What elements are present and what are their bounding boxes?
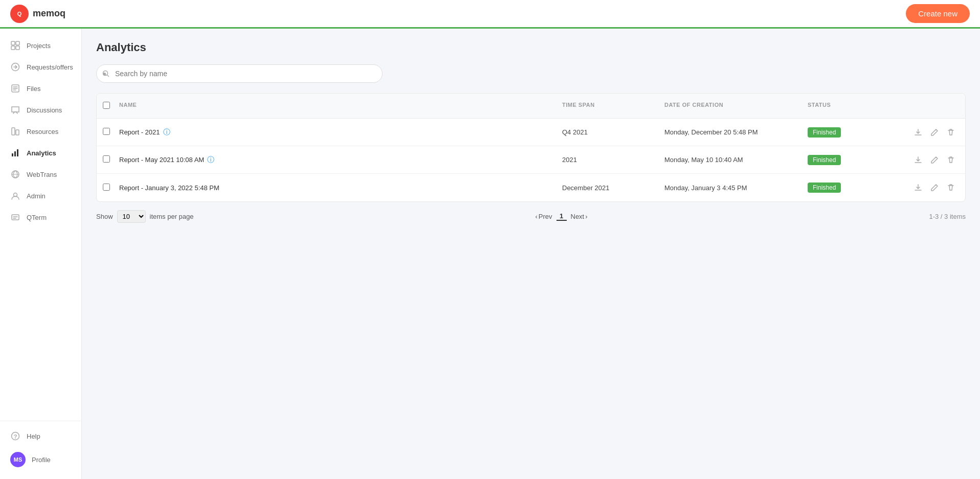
pagination-nav: ‹ Prev 1 Next › [535, 212, 587, 221]
next-page-button[interactable]: Next › [571, 213, 588, 220]
row3-name-cell: Report - January 3, 2022 5:48 PM [113, 179, 556, 197]
table-row: Report - May 2021 10:08 AM ⓘ 2021 Monday… [97, 146, 965, 174]
row3-timespan: December 2021 [556, 179, 658, 197]
sidebar-item-files-label: Files [27, 85, 40, 93]
sidebar-item-projects[interactable]: Projects [2, 35, 79, 56]
sidebar-item-qterm-label: QTerm [27, 214, 47, 221]
sidebar-item-resources[interactable]: Resources [2, 121, 79, 142]
table-header-timespan: TIME SPAN [556, 98, 658, 114]
sidebar-item-profile[interactable]: MS Profile [2, 447, 79, 472]
row2-status-cell: Finished [801, 150, 904, 170]
sidebar-item-analytics-label: Analytics [27, 149, 56, 157]
next-chevron-icon: › [585, 213, 587, 220]
row2-status-badge: Finished [808, 155, 841, 165]
current-page: 1 [556, 212, 567, 221]
row2-info-icon[interactable]: ⓘ [207, 155, 214, 165]
sidebar-item-discussions[interactable]: Discussions [2, 100, 79, 120]
row1-edit-button[interactable] [928, 126, 941, 139]
create-new-button[interactable]: Create new [906, 4, 970, 23]
row3-actions [904, 176, 965, 199]
row2-timespan: 2021 [556, 151, 658, 169]
row3-download-button[interactable] [912, 181, 924, 194]
table-header-status: STATUS [801, 98, 904, 114]
logo-icon: Q [10, 5, 29, 23]
qterm-icon [10, 212, 20, 222]
table-header: NAME TIME SPAN DATE OF CREATION STATUS [97, 94, 965, 119]
sidebar-item-qterm[interactable]: QTerm [2, 207, 79, 227]
files-icon [10, 83, 20, 94]
requests-icon [10, 62, 20, 72]
sidebar-item-webtrans[interactable]: WebTrans [2, 164, 79, 185]
row1-timespan: Q4 2021 [556, 123, 658, 141]
pagination: Show 10 25 50 100 items per page ‹ Prev … [96, 210, 966, 223]
row1-status-cell: Finished [801, 122, 904, 143]
svg-rect-8 [12, 128, 15, 135]
row2-edit-button[interactable] [928, 154, 941, 166]
sidebar-item-discussions-label: Discussions [27, 106, 62, 114]
row1-checkbox-cell [97, 123, 113, 142]
row2-checkbox-cell [97, 150, 113, 169]
sidebar-item-resources-label: Resources [27, 128, 58, 135]
avatar: MS [10, 452, 26, 467]
row3-delete-button[interactable] [945, 181, 957, 194]
search-section: ● [96, 64, 966, 83]
logo: Q memoq [10, 5, 65, 23]
svg-rect-4 [11, 46, 15, 50]
sidebar-item-files[interactable]: Files [2, 78, 79, 99]
sidebar-item-webtrans-label: WebTrans [27, 171, 57, 178]
row2-name: Report - May 2021 10:08 AM ⓘ [119, 155, 550, 165]
row3-status-badge: Finished [808, 183, 841, 193]
svg-rect-3 [16, 41, 19, 45]
row1-delete-button[interactable] [945, 126, 957, 139]
prev-page-button[interactable]: ‹ Prev [535, 213, 552, 220]
prev-chevron-icon: ‹ [535, 213, 537, 220]
row2-delete-button[interactable] [945, 154, 957, 166]
row2-date: Monday, May 10 10:40 AM [658, 151, 801, 169]
per-page-select[interactable]: 10 25 50 100 [117, 210, 146, 223]
row1-info-icon[interactable]: ⓘ [163, 128, 170, 137]
row3-name: Report - January 3, 2022 5:48 PM [119, 184, 550, 192]
svg-rect-9 [16, 130, 19, 135]
sidebar-item-requests[interactable]: Requests/offers [2, 57, 79, 77]
row1-status-badge: Finished [808, 127, 841, 138]
sidebar-item-profile-label: Profile [32, 456, 51, 464]
analytics-icon [10, 148, 20, 158]
search-input[interactable] [96, 64, 383, 83]
svg-rect-5 [16, 46, 19, 50]
row2-actions [904, 149, 965, 171]
sidebar-item-admin-label: Admin [27, 192, 46, 200]
sidebar-item-help-label: Help [27, 432, 40, 440]
sidebar-item-help[interactable]: ? Help [2, 426, 79, 446]
sidebar-item-requests-label: Requests/offers [27, 63, 73, 71]
page-title: Analytics [96, 41, 966, 54]
items-per-page-label: items per page [150, 213, 194, 220]
row1-checkbox[interactable] [103, 128, 110, 135]
table-header-name: NAME [113, 98, 556, 114]
svg-text:Q: Q [17, 11, 22, 17]
row1-date: Monday, December 20 5:48 PM [658, 123, 801, 141]
help-icon: ? [10, 431, 20, 441]
sidebar-item-admin[interactable]: Admin [2, 186, 79, 206]
select-all-checkbox[interactable] [103, 102, 110, 109]
row3-checkbox-cell [97, 178, 113, 197]
row1-download-button[interactable] [912, 126, 924, 139]
discussions-icon [10, 105, 20, 115]
row2-checkbox[interactable] [103, 155, 110, 163]
svg-rect-10 [12, 153, 13, 156]
table-row: Report - January 3, 2022 5:48 PM Decembe… [97, 174, 965, 201]
pagination-info: 1-3 / 3 items [929, 213, 966, 220]
row3-edit-button[interactable] [928, 181, 941, 194]
sidebar-item-analytics[interactable]: Analytics [2, 143, 79, 163]
row2-download-button[interactable] [912, 154, 924, 166]
svg-rect-15 [12, 215, 19, 220]
svg-rect-12 [17, 149, 18, 156]
main-layout: Projects Requests/offers Files [0, 29, 980, 479]
logo-text: memoq [33, 8, 65, 19]
search-icon: ● [102, 70, 106, 78]
search-input-wrap: ● [96, 64, 383, 83]
row3-checkbox[interactable] [103, 184, 110, 191]
table-header-checkbox [97, 98, 113, 114]
topbar: Q memoq Create new [0, 0, 980, 29]
row3-status-cell: Finished [801, 177, 904, 198]
per-page-selector: Show 10 25 50 100 items per page [96, 210, 194, 223]
